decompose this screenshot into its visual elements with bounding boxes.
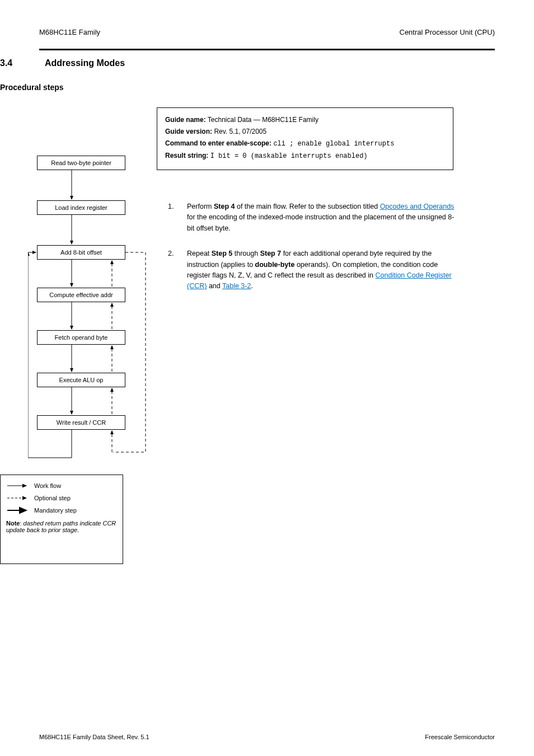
header-product: M68HC11E Family [39, 28, 100, 36]
flow-box-7: Write result / CCR [37, 415, 125, 430]
flow-box-5: Fetch operand byte [37, 330, 125, 345]
flow-box-3: Add 8-bit offset [37, 245, 125, 260]
legend-box: Work flow Optional step Mandatory step N… [0, 475, 123, 564]
legend-row-optional: Optional step [6, 492, 117, 504]
legend-note-label: Note [6, 520, 20, 527]
footer-right: Freescale Semiconductor [425, 734, 495, 740]
legend-row-workflow: Work flow [6, 480, 117, 492]
legend-label: Mandatory step [34, 507, 77, 514]
summary-label-4: Result string: [165, 152, 208, 159]
legend-note: Note: dashed return paths indicate CCR u… [6, 520, 117, 533]
summary-label-1: Guide name: [165, 116, 206, 124]
step-descriptions: 1. Perform Step 4 of the main flow. Refe… [168, 201, 455, 307]
procedure-title: Procedural steps [0, 83, 64, 92]
legend-label: Work flow [34, 482, 61, 489]
header-rule: M68HC11E Family Central Processor Unit (… [39, 22, 495, 50]
summary-value-1: Technical Data — M68HC11E Family [208, 116, 318, 124]
step-number: 2. [168, 248, 174, 259]
footer-left: M68HC11E Family Data Sheet, Rev. 5.1 [39, 734, 149, 740]
summary-label-3: Command to enter enable-scope: [165, 139, 271, 147]
step-description-2: 2. Repeat Step 5 through Step 7 for each… [168, 248, 455, 292]
flow-box-4: Compute effective addr [37, 288, 125, 302]
summary-label-2: Guide version: [165, 128, 212, 135]
header-section-path: Central Processor Unit (CPU) [400, 28, 495, 36]
section-number: 3.4 [0, 58, 12, 68]
flow-box-6: Execute ALU op [37, 373, 125, 387]
summary-value-3: cli ; enable global interrupts [273, 140, 394, 148]
summary-box: Guide name: Technical Data — M68HC11E Fa… [157, 107, 453, 170]
step-text: Perform Step 4 of the main flow. Refer t… [187, 203, 454, 232]
summary-value-4: I bit = 0 (maskable interrupts enabled) [210, 152, 368, 160]
legend-row-mandatory: Mandatory step [6, 504, 117, 516]
step-text: Repeat Step 5 through Step 7 for each ad… [187, 250, 452, 290]
legend-label: Optional step [34, 495, 71, 501]
flow-box-1: Read two-byte pointer [37, 156, 125, 170]
flow-box-2: Load index register [37, 200, 125, 215]
arrow-solid-icon [6, 481, 29, 490]
arrow-dashed-icon [6, 494, 29, 503]
summary-value-2: Rev. 5.1, 07/2005 [214, 128, 266, 135]
step-description-1: 1. Perform Step 4 of the main flow. Refe… [168, 201, 455, 234]
step-number: 1. [168, 201, 174, 212]
section-title: Addressing Modes [45, 58, 125, 68]
legend-note-text: dashed return paths indicate CCR update … [6, 520, 116, 533]
arrow-bold-icon [6, 506, 29, 515]
